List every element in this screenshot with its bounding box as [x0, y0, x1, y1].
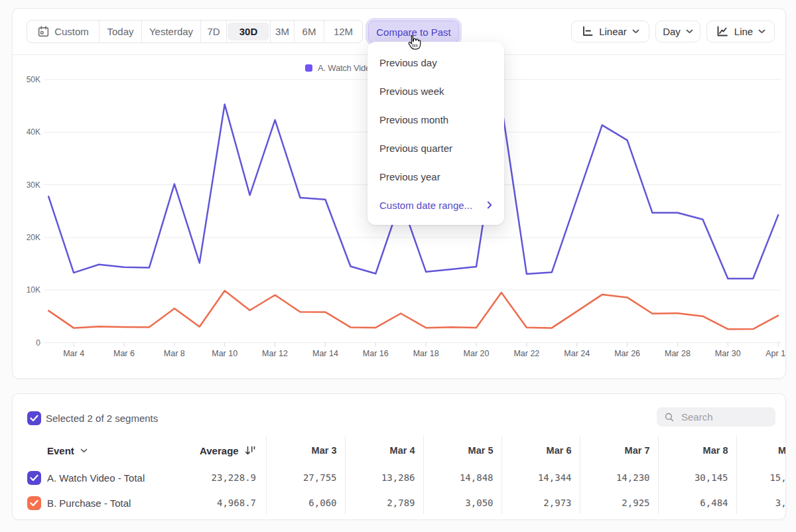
- checkmark-icon: [30, 499, 38, 507]
- date-column-header: Mar 8: [703, 445, 728, 456]
- date-column-header: Mar 6: [547, 445, 572, 456]
- x-axis-label: Apr 1: [765, 349, 785, 358]
- average-column-header[interactable]: Average: [200, 445, 256, 456]
- x-axis-label: Mar 18: [413, 349, 439, 358]
- date-range-label: 7D: [207, 26, 220, 37]
- menu-item-previous-month[interactable]: Previous month: [367, 105, 504, 134]
- value-cell: 14,230: [616, 472, 650, 483]
- hand-cursor: [406, 34, 422, 52]
- date-column-header: Mar 5: [468, 445, 494, 456]
- y-axis-label: 10K: [27, 285, 40, 295]
- date-range-today[interactable]: Today: [99, 21, 141, 42]
- column-divider: [266, 436, 267, 514]
- segments-table-card: Selected 2 of 2 segments Event Average A…: [12, 393, 786, 520]
- x-axis-label: Mar 12: [262, 349, 288, 358]
- scale-dropdown[interactable]: Linear: [571, 21, 649, 42]
- y-axis-label: 0: [36, 338, 40, 348]
- menu-item-previous-day[interactable]: Previous day: [367, 48, 504, 77]
- x-axis-label: Mar 26: [614, 349, 640, 358]
- x-axis-label: Mar 8: [164, 349, 185, 358]
- chevron-down-icon: [80, 448, 88, 453]
- date-range-custom[interactable]: Custom: [27, 21, 99, 42]
- column-divider: [423, 436, 424, 514]
- value-cell: 3,020: [775, 498, 786, 508]
- average-cell: 23,228.9: [212, 472, 256, 483]
- date-range-label: Today: [107, 26, 133, 37]
- date-range-label: 12M: [334, 26, 353, 37]
- date-range-label: Custom: [54, 26, 89, 37]
- x-axis-label: Mar 4: [63, 349, 84, 358]
- event-column-header[interactable]: Event: [47, 445, 88, 456]
- menu-item-previous-quarter[interactable]: Previous quarter: [367, 134, 504, 163]
- custom-date-range-label: Custom date range...: [379, 200, 472, 211]
- date-range-label: Yesterday: [149, 26, 193, 37]
- sort-descending-icon: [245, 445, 256, 456]
- date-column-header: Mar 4: [390, 445, 415, 456]
- y-axis-label: 30K: [27, 180, 40, 190]
- column-divider: [658, 436, 659, 514]
- row-b-label: B. Purchase - Total: [47, 498, 131, 509]
- x-axis-label: Mar 30: [715, 349, 741, 358]
- scale-label: Linear: [599, 26, 627, 37]
- date-column-header: Mar 3: [312, 445, 337, 456]
- select-all-checkbox[interactable]: [27, 411, 41, 425]
- date-range-yesterday[interactable]: Yesterday: [141, 21, 200, 42]
- y-axis-label: 50K: [27, 75, 40, 84]
- value-cell: 2,925: [622, 498, 649, 508]
- calendar-icon: [37, 25, 50, 38]
- search-icon: [665, 411, 674, 423]
- event-header-label: Event: [47, 445, 74, 456]
- chart-type-dropdown[interactable]: Line: [706, 21, 775, 42]
- x-axis-label: Mar 20: [464, 349, 490, 358]
- y-axis-label: 40K: [27, 127, 40, 137]
- line-chart-icon: [716, 25, 729, 38]
- menu-item-previous-week[interactable]: Previous week: [367, 77, 504, 105]
- interval-label: Day: [663, 26, 681, 37]
- average-header-label: Average: [200, 445, 239, 456]
- menu-item-previous-year[interactable]: Previous year: [367, 163, 504, 191]
- chevron-right-icon: [487, 201, 492, 209]
- x-axis-label: Mar 16: [363, 349, 389, 358]
- chart-type-label: Line: [734, 26, 753, 37]
- x-axis-label: Mar 24: [564, 349, 590, 358]
- value-cell: 6,484: [700, 498, 728, 508]
- value-cell: 6,060: [308, 498, 336, 508]
- date-range-control: CustomTodayYesterday7D30D3M6M12M: [27, 20, 363, 43]
- value-cell: 27,755: [303, 472, 337, 483]
- selected-segments-label: Selected 2 of 2 segments: [46, 413, 158, 424]
- date-column-header: Mar 9: [778, 445, 786, 456]
- x-axis-label: Mar 28: [665, 349, 691, 358]
- compare-to-past-menu: Previous dayPrevious weekPrevious monthP…: [367, 42, 504, 225]
- series-b-line: [48, 291, 778, 329]
- search-input[interactable]: [681, 411, 767, 423]
- date-range-3m[interactable]: 3M: [270, 21, 294, 42]
- value-cell: 14,344: [538, 472, 572, 483]
- date-range-label: 30D: [239, 26, 258, 37]
- row-a-label: A. Watch Video - Total: [47, 472, 145, 484]
- checkmark-icon: [30, 474, 38, 482]
- x-axis-label: Mar 14: [312, 349, 338, 358]
- date-range-label: 6M: [302, 26, 316, 37]
- value-cell: 13,286: [381, 472, 415, 483]
- menu-item-custom-date-range[interactable]: Custom date range...: [367, 191, 504, 220]
- column-divider: [345, 436, 346, 514]
- date-range-6m[interactable]: 6M: [294, 21, 324, 42]
- date-range-7d[interactable]: 7D: [200, 21, 226, 42]
- x-axis-label: Mar 6: [113, 349, 135, 358]
- column-divider: [736, 436, 737, 514]
- value-cell: 2,973: [543, 498, 571, 508]
- date-range-12m[interactable]: 12M: [324, 21, 362, 42]
- chevron-down-icon: [686, 29, 693, 34]
- date-range-30d[interactable]: 30D: [226, 21, 270, 42]
- search-box[interactable]: [657, 407, 775, 427]
- interval-dropdown[interactable]: Day: [655, 21, 700, 42]
- row-a-checkbox[interactable]: [27, 471, 41, 485]
- checkmark-icon: [30, 415, 38, 422]
- chevron-down-icon: [632, 29, 639, 34]
- average-cell: 4,968.7: [217, 498, 256, 508]
- row-b-checkbox[interactable]: [27, 496, 41, 510]
- x-axis-label: Mar 10: [212, 349, 237, 358]
- column-divider: [501, 436, 502, 514]
- column-divider: [580, 436, 580, 514]
- value-cell: 3,050: [465, 498, 493, 508]
